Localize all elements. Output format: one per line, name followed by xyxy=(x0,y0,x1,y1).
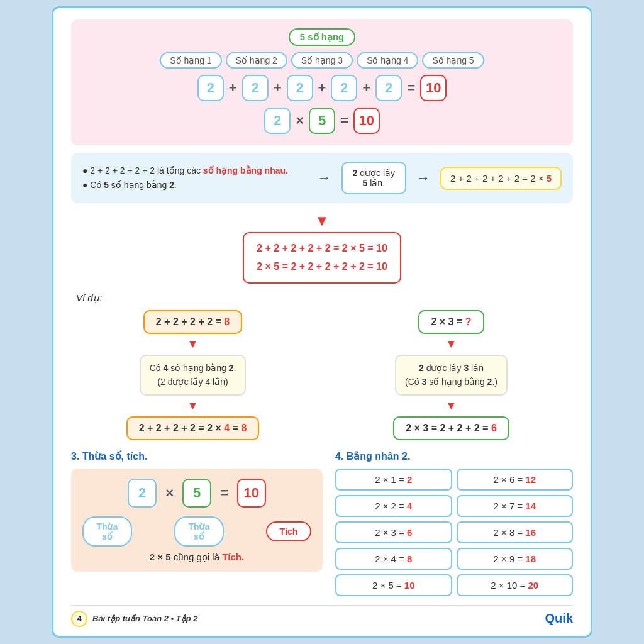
right-arrow-2: → xyxy=(416,170,430,186)
pink-section: 5 số hạng Số hạng 1 Số hạng 2 Số hạng 3 … xyxy=(71,19,573,145)
so-hang-label-row: 5 số hạng xyxy=(82,28,562,46)
vidu-left-eq2: 2 + 2 + 2 + 2 = 2 × 4 = 8 xyxy=(126,416,260,440)
thuaso-num-5: 5 xyxy=(182,479,211,508)
red-eq-line2: 2 × 5 = 2 + 2 + 2 + 2 + 2 = 10 xyxy=(257,258,387,276)
mult-num-5: 5 xyxy=(309,108,335,134)
num-2-3: 2 xyxy=(287,75,313,101)
page-number: 4 xyxy=(71,611,87,627)
footer-title: Bài tập tuần Toán 2 • Tập 2 xyxy=(92,614,197,623)
num-2-1: 2 xyxy=(197,75,224,101)
so-hang-item-4: Số hạng 4 xyxy=(357,52,418,69)
thuaso-num-2: 2 xyxy=(128,479,157,508)
num-2-5: 2 xyxy=(375,75,402,101)
right-arrow-1: → xyxy=(318,170,331,186)
vidu-right-eq1: 2 × 3 = ? xyxy=(418,310,484,334)
bullet1-text: 2 + 2 + 2 + 2 + 2 là tổng các số hạng bằ… xyxy=(90,165,288,175)
thuaso-nums-row: 2 × 5 = 10 xyxy=(82,479,311,508)
mult-row: 2 × 5 = 10 xyxy=(82,108,562,134)
blue-explanation-section: ● 2 + 2 + 2 + 2 + 2 là tổng các số hạng … xyxy=(71,153,573,203)
bang-item-2-2: 2 × 7 = 14 xyxy=(457,495,574,517)
section4-title: 4. Bảng nhân 2. xyxy=(335,450,573,462)
bullet2: ● Có 5 số hạng bằng 2. xyxy=(82,178,308,193)
vidu-col-right: 2 × 3 = ? ▼ 2 được lấy 3 lần (Có 3 số hạ… xyxy=(330,310,573,440)
bullet-text-block: ● 2 + 2 + 2 + 2 + 2 là tổng các số hạng … xyxy=(82,164,308,194)
bang-item-5-1: 2 × 5 = 10 xyxy=(335,574,452,596)
bang-item-1-1: 2 × 1 = 2 xyxy=(335,469,452,491)
thuaso-also: 2 × 5 cũng gọi là Tích. xyxy=(82,552,311,563)
bang-item-4-2: 2 × 9 = 18 xyxy=(457,548,574,570)
so-hang-item-3: Số hạng 3 xyxy=(291,52,353,69)
bullet2-text: Có 5 số hạng bằng 2. xyxy=(90,180,177,190)
bang-item-2-1: 2 × 2 = 4 xyxy=(335,495,452,517)
bang-item-1-2: 2 × 6 = 12 xyxy=(457,469,574,491)
down-arrow-right: ▼ xyxy=(446,338,457,351)
red-eq-box: 2 + 2 + 2 + 2 + 2 = 2 × 5 = 10 2 × 5 = 2… xyxy=(243,232,401,284)
down-arrow-left: ▼ xyxy=(187,338,199,351)
mult-result: 10 xyxy=(353,108,380,134)
num-2-2: 2 xyxy=(242,75,269,101)
mult-sign: × xyxy=(296,113,304,129)
bang-item-5-2: 2 × 10 = 20 xyxy=(457,574,574,596)
bang-item-4-1: 2 × 4 = 8 xyxy=(335,548,452,570)
down-arrow-left-2: ▼ xyxy=(187,399,199,413)
laytimes-text: 2 được lấy5 lần. xyxy=(353,168,395,188)
bottom-sections: 3. Thừa số, tích. 2 × 5 = 10 Thừa số Thừ… xyxy=(71,450,573,596)
down-arrow-right-2: ▼ xyxy=(446,399,457,413)
vidu-label: Ví dụ: xyxy=(76,292,573,304)
thuaso-label-1: Thừa số xyxy=(82,516,132,547)
thuaso-result: 10 xyxy=(237,479,266,508)
plus-3: + xyxy=(318,80,326,96)
so-hang-item-5: Số hạng 5 xyxy=(422,52,484,69)
thuaso-equals: = xyxy=(220,485,228,501)
bang-item-3-2: 2 × 8 = 16 xyxy=(457,521,574,543)
bang-nhan-grid: 2 × 1 = 2 2 × 6 = 12 2 × 2 = 4 2 × 7 = 1… xyxy=(335,469,573,596)
thuaso-label-2: Thừa số xyxy=(174,516,224,547)
plus-4: + xyxy=(362,80,370,96)
bang-item-3-1: 2 × 3 = 6 xyxy=(335,521,452,543)
equals-1: = xyxy=(407,80,415,96)
formula-box: 2 + 2 + 2 + 2 + 2 = 2 × 5 xyxy=(440,167,562,190)
vidu-left-eq1: 2 + 2 + 2 + 2 = 8 xyxy=(143,310,242,334)
section4: 4. Bảng nhân 2. 2 × 1 = 2 2 × 6 = 12 2 ×… xyxy=(335,450,573,596)
so-hang-item-2: Số hạng 2 xyxy=(226,52,287,69)
formula-text: 2 + 2 + 2 + 2 + 2 = 2 × 5 xyxy=(450,173,552,184)
vidu-right-desc: 2 được lấy 3 lần (Có 3 số hạng bằng 2.) xyxy=(395,355,508,396)
thuaso-mult: × xyxy=(165,485,174,501)
thuaso-label-3: Tích xyxy=(266,521,311,541)
footer-logo: Quik xyxy=(545,611,573,626)
footer: 4 Bài tập tuần Toán 2 • Tập 2 Quik xyxy=(71,605,573,627)
so-hang-badge: 5 số hạng xyxy=(289,28,356,46)
down-arrow-1: ▼ xyxy=(71,212,573,230)
result-10-top: 10 xyxy=(420,75,447,101)
plus-2: + xyxy=(274,80,282,96)
bullet1: ● 2 + 2 + 2 + 2 + 2 là tổng các số hạng … xyxy=(82,164,308,179)
so-hang-items-row: Số hạng 1 Số hạng 2 Số hạng 3 Số hạng 4 … xyxy=(82,52,562,69)
peach-box: 2 × 5 = 10 Thừa số Thừa số Tích 2 × 5 cũ… xyxy=(71,469,323,572)
num-2-4: 2 xyxy=(331,75,357,101)
section3: 3. Thừa số, tích. 2 × 5 = 10 Thừa số Thừ… xyxy=(71,450,323,596)
vidu-col-left: 2 + 2 + 2 + 2 = 8 ▼ Có 4 số hạng bằng 2.… xyxy=(71,310,314,440)
so-hang-item-1: Số hạng 1 xyxy=(160,52,221,69)
red-eq-line1: 2 + 2 + 2 + 2 + 2 = 2 × 5 = 10 xyxy=(257,240,387,258)
vidu-right-eq2: 2 × 3 = 2 + 2 + 2 = 6 xyxy=(393,416,509,440)
laytimes-box: 2 được lấy5 lần. xyxy=(341,162,406,194)
vidu-columns: 2 + 2 + 2 + 2 = 8 ▼ Có 4 số hạng bằng 2.… xyxy=(71,310,573,440)
section3-title: 3. Thừa số, tích. xyxy=(71,450,323,462)
vidu-left-desc: Có 4 số hạng bằng 2. (2 được lấy 4 lần) xyxy=(140,355,247,396)
plus-1: + xyxy=(229,80,237,96)
mult-num-2: 2 xyxy=(264,108,291,134)
thuaso-labels-row: Thừa số Thừa số Tích xyxy=(82,516,311,547)
equals-2: = xyxy=(340,113,348,129)
addition-row: 2 + 2 + 2 + 2 + 2 = 10 xyxy=(82,75,562,101)
footer-left: 4 Bài tập tuần Toán 2 • Tập 2 xyxy=(71,611,197,627)
page: 5 số hạng Số hạng 1 Số hạng 2 Số hạng 3 … xyxy=(52,6,592,637)
